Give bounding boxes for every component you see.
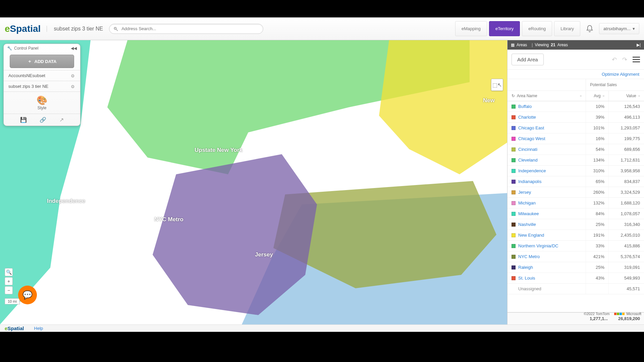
- area-row[interactable]: Charlotte39%496,113: [507, 112, 644, 123]
- area-name-link[interactable]: Northern Virginia/DC: [518, 243, 558, 248]
- color-swatch: [512, 115, 516, 119]
- area-row[interactable]: Cincinnati54%689,656: [507, 144, 644, 155]
- area-avg: 421%: [586, 251, 608, 262]
- color-swatch: [512, 126, 516, 130]
- col-potential: Potential Sales: [586, 79, 644, 90]
- area-value: 5,376,574: [608, 251, 644, 262]
- search-bar[interactable]: [109, 24, 263, 34]
- collapse-icon[interactable]: ◀◀: [71, 46, 77, 51]
- help-link[interactable]: Help: [34, 326, 43, 331]
- search-input[interactable]: [121, 26, 260, 31]
- color-swatch: [512, 255, 516, 259]
- area-name-link[interactable]: Cincinnati: [518, 147, 537, 152]
- area-name-link[interactable]: Independence: [518, 168, 546, 173]
- area-value: 549,993: [608, 273, 644, 283]
- area-name-link[interactable]: St. Louis: [518, 276, 535, 281]
- area-name-link[interactable]: Nashville: [518, 222, 536, 227]
- tomtom-attribution: ©2022 TomTom: [584, 312, 609, 316]
- area-row[interactable]: Buffalo10%126,543: [507, 101, 644, 112]
- logo[interactable]: eSpatial: [5, 23, 41, 34]
- gear-icon[interactable]: ⚙: [71, 73, 75, 78]
- area-row[interactable]: Nashville25%316,340: [507, 219, 644, 230]
- wrench-icon: 🔧: [7, 46, 12, 51]
- area-value: 316,340: [608, 219, 644, 230]
- area-name-link[interactable]: Chicago West: [518, 136, 545, 141]
- col-value[interactable]: Value≡: [608, 91, 644, 101]
- area-row[interactable]: Independence310%3,958,958: [507, 166, 644, 176]
- color-swatch: [512, 169, 516, 173]
- color-swatch: [512, 212, 516, 216]
- area-name-link[interactable]: Raleigh: [518, 265, 533, 270]
- areas-panel: ▦ Areas | Viewing 21 Areas ▶| Add Area ↶…: [507, 40, 644, 324]
- area-row[interactable]: Chicago East101%1,293,057: [507, 123, 644, 133]
- col-area-name[interactable]: ↻Area Name≡: [507, 91, 586, 101]
- zoom-magnify[interactable]: 🔍: [5, 268, 13, 276]
- style-button[interactable]: 🎨Style: [4, 92, 80, 114]
- area-name-link[interactable]: Indianapolis: [518, 179, 541, 184]
- nav-library[interactable]: Library: [554, 21, 580, 36]
- add-data-button[interactable]: ＋ADD DATA: [10, 55, 74, 68]
- area-row[interactable]: Michigan132%1,688,120: [507, 198, 644, 208]
- chat-button[interactable]: 💬: [18, 286, 37, 304]
- area-value: 689,656: [608, 144, 644, 155]
- area-row[interactable]: Jersey260%3,324,529: [507, 187, 644, 198]
- color-swatch: [512, 244, 516, 248]
- microsoft-icon: [614, 313, 625, 315]
- area-row-unassigned[interactable]: Unassigned45,571: [507, 284, 644, 294]
- user-menu[interactable]: atrsxbihaym...▾: [599, 23, 639, 34]
- footer-logo[interactable]: eSpatial: [5, 325, 24, 331]
- svg-line-1: [116, 29, 118, 31]
- color-swatch: [512, 137, 516, 141]
- gear-icon[interactable]: ⚙: [71, 84, 75, 89]
- redo-icon[interactable]: ↷: [622, 56, 627, 63]
- color-swatch: [512, 233, 516, 237]
- territory-label: Jersey: [255, 251, 273, 258]
- area-avg: 25%: [586, 219, 608, 230]
- dataset-item: AccountsNEsubset⚙: [4, 70, 80, 81]
- area-name-link[interactable]: Charlotte: [518, 115, 536, 120]
- nav-erouting[interactable]: eRouting: [522, 21, 552, 36]
- menu-icon[interactable]: [633, 57, 640, 62]
- area-avg: 10%: [586, 101, 608, 112]
- area-row[interactable]: Chicago West16%199,775: [507, 133, 644, 144]
- bell-icon[interactable]: [586, 25, 594, 33]
- area-name-link[interactable]: Jersey: [518, 190, 531, 195]
- area-name-link[interactable]: Buffalo: [518, 104, 532, 109]
- select-tool[interactable]: ⬚↖: [491, 79, 503, 91]
- area-name-link[interactable]: Chicago East: [518, 125, 544, 130]
- area-row[interactable]: St. Louis43%549,993: [507, 273, 644, 284]
- area-avg: 101%: [586, 123, 608, 133]
- area-name-link[interactable]: NYC Metro: [518, 254, 540, 259]
- zoom-in[interactable]: +: [5, 277, 13, 285]
- area-name-link[interactable]: Milwaukee: [518, 211, 539, 216]
- area-name-link[interactable]: Michigan: [518, 200, 536, 205]
- color-swatch: [512, 265, 516, 269]
- col-avg[interactable]: Avg≡: [586, 91, 608, 101]
- zoom-out[interactable]: −: [5, 286, 13, 294]
- add-area-button[interactable]: Add Area: [512, 54, 544, 65]
- area-name-link[interactable]: New England: [518, 233, 544, 238]
- area-value: 199,775: [608, 133, 644, 144]
- optimize-link[interactable]: Optimize Alignment: [507, 70, 644, 79]
- nav-emapping[interactable]: eMapping: [455, 21, 487, 36]
- area-row[interactable]: Cleveland134%1,712,631: [507, 155, 644, 166]
- collapse-panel-icon[interactable]: ▶|: [637, 43, 641, 47]
- nav-eterritory[interactable]: eTerritory: [489, 21, 520, 36]
- area-value: 1,078,057: [608, 208, 644, 219]
- area-row[interactable]: Northern Virginia/DC33%415,886: [507, 241, 644, 251]
- area-row[interactable]: New England191%2,435,010: [507, 230, 644, 241]
- color-swatch: [512, 223, 516, 227]
- save-icon[interactable]: 💾: [20, 117, 27, 123]
- area-row[interactable]: Raleigh25%319,091: [507, 262, 644, 273]
- color-swatch: [512, 276, 516, 280]
- area-row[interactable]: NYC Metro421%5,376,574: [507, 251, 644, 262]
- area-row[interactable]: Milwaukee84%1,078,057: [507, 208, 644, 219]
- area-name-link[interactable]: Cleveland: [518, 158, 538, 163]
- area-value: 496,113: [608, 112, 644, 122]
- export-icon[interactable]: ↗: [59, 117, 64, 123]
- area-row[interactable]: Indianapolis65%834,837: [507, 176, 644, 187]
- share-icon[interactable]: 🔗: [40, 117, 46, 123]
- workspace-title: subset zips 3 tier NE: [47, 26, 103, 32]
- undo-icon[interactable]: ↶: [612, 56, 617, 63]
- map-canvas[interactable]: Upstate New York Independence NYC Metro …: [0, 40, 644, 324]
